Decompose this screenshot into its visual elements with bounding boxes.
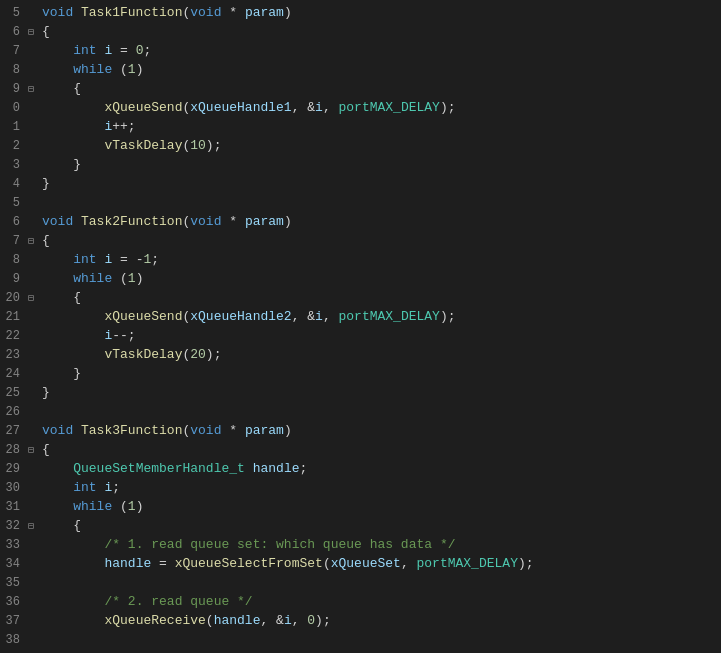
fold-icon [28,138,40,156]
token-fn: xQueueSelectFromSet [175,556,323,571]
token-punct: ) [284,214,292,229]
fold-icon [28,613,40,631]
code-line: 20⊟ { [0,289,721,308]
fold-icon[interactable]: ⊟ [28,290,40,308]
code-line: 1 i++; [0,118,721,137]
code-text: { [40,441,721,459]
code-text: xQueueSend(xQueueHandle2, &i, portMAX_DE… [40,308,721,326]
fold-icon[interactable]: ⊟ [28,518,40,536]
token-fn: Task3Function [81,423,182,438]
token-num: 20 [190,347,206,362]
fold-icon [28,385,40,403]
token-plain [42,328,104,343]
line-number: 35 [0,574,28,592]
line-number: 33 [0,536,28,554]
token-plain: --; [112,328,135,343]
code-text: { [40,289,721,307]
token-param: handle [214,613,261,628]
code-text: handle = xQueueSelectFromSet(xQueueSet, … [40,555,721,573]
code-text: } [40,156,721,174]
code-line: 34 handle = xQueueSelectFromSet(xQueueSe… [0,555,721,574]
token-param: param [245,214,284,229]
token-plain: ); [518,556,534,571]
line-number: 32 [0,517,28,535]
code-line: 7⊟{ [0,232,721,251]
token-plain: } [42,385,50,400]
token-plain [42,100,104,115]
code-text: void Task1Function(void * param) [40,4,721,22]
line-number: 30 [0,479,28,497]
line-number: 8 [0,251,28,269]
code-line: 21 xQueueSend(xQueueHandle2, &i, portMAX… [0,308,721,327]
token-punct: { [42,442,50,457]
fold-icon [28,214,40,232]
fold-icon [28,366,40,384]
token-plain: * [221,5,244,20]
line-number: 21 [0,308,28,326]
token-plain [42,309,104,324]
token-kw: void [190,214,221,229]
token-plain [42,119,104,134]
code-text: xQueueSend(xQueueHandle1, &i, portMAX_DE… [40,99,721,117]
token-plain [42,537,104,552]
token-plain: ) [136,271,144,286]
token-num: 10 [190,138,206,153]
fold-icon[interactable]: ⊟ [28,233,40,251]
token-param: param [245,423,284,438]
token-plain: } [42,176,50,191]
token-plain: , & [260,613,283,628]
token-type: portMAX_DELAY [339,309,440,324]
line-number: 2 [0,137,28,155]
fold-icon [28,62,40,80]
fold-icon[interactable]: ⊟ [28,442,40,460]
code-text: int i = -1; [40,251,721,269]
line-number: 23 [0,346,28,364]
token-plain: ); [206,138,222,153]
code-text: vTaskDelay(20); [40,346,721,364]
fold-icon[interactable]: ⊟ [28,81,40,99]
code-line: 27 void Task3Function(void * param) [0,422,721,441]
token-fn: vTaskDelay [104,347,182,362]
token-kw: while [73,499,112,514]
token-plain: = [112,43,135,58]
code-text: QueueSetMemberHandle_t handle; [40,460,721,478]
token-plain: ) [136,62,144,77]
line-number: 20 [0,289,28,307]
token-type: portMAX_DELAY [339,100,440,115]
line-number: 6 [0,213,28,231]
token-param: xQueueHandle1 [190,100,291,115]
token-plain: , [401,556,417,571]
token-punct: { [42,24,50,39]
code-line: 26 [0,403,721,422]
line-number: 25 [0,384,28,402]
token-plain: = [112,252,135,267]
code-line: 25 } [0,384,721,403]
token-plain: ( [323,556,331,571]
fold-icon [28,499,40,517]
token-param: i [315,309,323,324]
token-plain [42,43,73,58]
fold-icon [28,347,40,365]
code-line: 2 vTaskDelay(10); [0,137,721,156]
code-text: /* 2. read queue */ [40,593,721,611]
code-text: { [40,517,721,535]
token-plain [42,271,73,286]
token-plain [42,556,104,571]
line-number: 0 [0,99,28,117]
fold-icon[interactable]: ⊟ [28,24,40,42]
code-line: 8 while (1) [0,61,721,80]
line-number: 6 [0,23,28,41]
token-fn: Task2Function [81,214,182,229]
token-kw: int [73,480,104,495]
fold-icon [28,556,40,574]
token-kw: while [73,271,112,286]
token-fn: xQueueSend [104,100,182,115]
token-punct: ) [284,423,292,438]
fold-icon [28,404,40,422]
token-fn: xQueueReceive [104,613,205,628]
fold-icon [28,594,40,612]
token-plain: , & [292,309,315,324]
token-plain [42,499,73,514]
token-plain [42,461,73,476]
token-param: i [284,613,292,628]
